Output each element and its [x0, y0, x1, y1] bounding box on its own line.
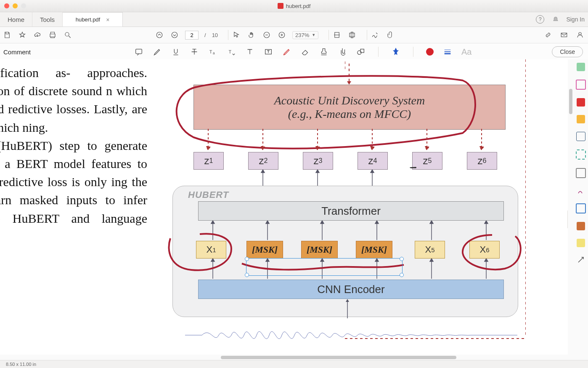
svg-line-1	[69, 36, 71, 38]
zoom-in-icon[interactable]	[277, 30, 286, 40]
replace-text-icon[interactable]: Ta	[208, 47, 217, 56]
svg-marker-39	[479, 147, 484, 150]
textbox-icon[interactable]	[264, 47, 273, 56]
panel-tool-export[interactable]	[577, 63, 585, 71]
msk-box-3: [MSK]	[301, 241, 338, 259]
notifications-icon[interactable]	[552, 16, 559, 23]
panel-tool-create[interactable]	[577, 98, 585, 107]
cnn-encoder-box: CNN Encoder	[198, 280, 504, 299]
panel-tool-organize[interactable]	[576, 132, 585, 141]
zoom-dropdown[interactable]: 237% ▼	[292, 31, 318, 39]
page-up-icon[interactable]	[155, 30, 164, 40]
panel-tool-send[interactable]	[577, 239, 585, 247]
tab-close-icon[interactable]: ×	[106, 16, 109, 23]
zoom-out-icon[interactable]	[262, 30, 271, 40]
svg-marker-35	[370, 147, 374, 150]
pointer-icon[interactable]	[232, 30, 241, 40]
panel-tool-comment[interactable]	[577, 115, 585, 123]
user-icon[interactable]	[575, 30, 585, 40]
hubert-container: HUBERT Transformer X1 [MSK] [MSK] [MSK] …	[172, 186, 518, 317]
star-icon[interactable]	[18, 30, 27, 40]
status-bar: 8.50 x 11.00 in	[0, 360, 588, 368]
page-number-input[interactable]	[185, 31, 199, 40]
horizontal-scrollbar[interactable]	[0, 355, 574, 360]
svg-point-0	[65, 32, 69, 36]
svg-marker-57	[485, 221, 488, 224]
sign-tool-icon[interactable]	[371, 30, 380, 40]
dashed-arrows-to-z	[193, 129, 505, 152]
panel-tool-protect[interactable]	[577, 187, 585, 195]
vertical-scrollbar[interactable]	[568, 59, 574, 355]
scrollbar-thumb[interactable]	[569, 89, 572, 114]
pin-icon[interactable]	[391, 47, 400, 56]
main-toolbar: / 10 237% ▼	[0, 27, 588, 43]
dashed-loop-arrow	[525, 59, 526, 339]
svg-marker-59	[211, 259, 215, 261]
arrow-waveform-to-cnn	[343, 299, 352, 319]
svg-marker-69	[485, 259, 488, 261]
panel-tool-combine[interactable]	[576, 149, 586, 160]
figure-diagram: Acoustic Unit Discovery System (e.g., K-…	[168, 64, 530, 358]
pencil-draw-icon[interactable]	[282, 47, 291, 56]
tab-home[interactable]: Home	[0, 12, 32, 27]
svg-text:T: T	[209, 49, 212, 54]
dashed-loop-top	[345, 61, 530, 70]
print-icon[interactable]	[48, 30, 57, 40]
arrows-cnn-to-x	[198, 259, 509, 280]
help-icon[interactable]: ?	[536, 15, 544, 24]
document-viewport[interactable]: tance classification as- approaches. Sec…	[0, 59, 574, 360]
svg-point-2	[156, 32, 162, 38]
attach-icon[interactable]	[386, 30, 395, 40]
fit-width-icon[interactable]	[332, 30, 342, 40]
attach-file-icon[interactable]	[338, 47, 347, 56]
svg-marker-27	[347, 81, 351, 85]
line-weight-icon[interactable]	[443, 47, 452, 56]
z-box-6: z6	[467, 152, 497, 170]
search-icon[interactable]	[63, 30, 72, 40]
color-swatch[interactable]	[426, 48, 434, 56]
panel-tool-redact[interactable]	[576, 168, 586, 178]
panel-tool-fill-sign[interactable]	[577, 222, 585, 230]
svg-rect-10	[350, 33, 355, 37]
right-tool-panel	[573, 59, 588, 360]
tab-tools[interactable]: Tools	[32, 12, 63, 27]
save-icon[interactable]	[3, 30, 12, 40]
toolbar-divider	[378, 47, 379, 57]
shapes-icon[interactable]	[356, 47, 366, 56]
svg-marker-67	[430, 259, 433, 261]
page-sep: /	[204, 32, 206, 38]
svg-rect-14	[136, 49, 142, 54]
share-link-icon[interactable]	[543, 30, 553, 40]
fit-page-icon[interactable]	[347, 30, 357, 40]
sticky-note-icon[interactable]	[134, 47, 143, 56]
svg-marker-33	[315, 147, 320, 150]
strikethrough-icon[interactable]	[190, 47, 199, 56]
insert-text-icon[interactable]: T	[227, 47, 236, 56]
aud-line1: Acoustic Unit Discovery System	[274, 94, 425, 107]
page-down-icon[interactable]	[170, 30, 179, 40]
tab-document[interactable]: hubert.pdf ×	[63, 12, 123, 27]
svg-marker-71	[346, 299, 349, 302]
underline-text-icon[interactable]	[171, 47, 180, 56]
hand-icon[interactable]	[247, 30, 256, 40]
eraser-icon[interactable]	[301, 47, 310, 56]
stamp-icon[interactable]	[319, 47, 328, 56]
cloud-icon[interactable]	[33, 30, 42, 40]
z-box-1: z1	[193, 152, 224, 170]
sign-in-link[interactable]: Sign In	[566, 16, 585, 23]
comment-label: Comment	[3, 48, 31, 56]
highlight-icon[interactable]	[153, 47, 162, 56]
waveform-graphic	[185, 323, 517, 348]
close-comment-button[interactable]: Close	[552, 46, 583, 57]
email-icon[interactable]	[559, 30, 569, 40]
svg-marker-45	[371, 170, 374, 173]
panel-tool-more[interactable]	[577, 256, 585, 264]
text-style-icon[interactable]: Aa	[461, 47, 471, 57]
panel-tool-compress[interactable]	[576, 203, 586, 213]
scrollbar-thumb[interactable]	[221, 356, 456, 359]
text-tool-icon[interactable]	[245, 47, 254, 56]
svg-marker-63	[320, 259, 324, 261]
toolbar-divider	[328, 30, 329, 40]
panel-tool-edit[interactable]	[576, 80, 586, 90]
svg-text:T: T	[229, 49, 232, 54]
